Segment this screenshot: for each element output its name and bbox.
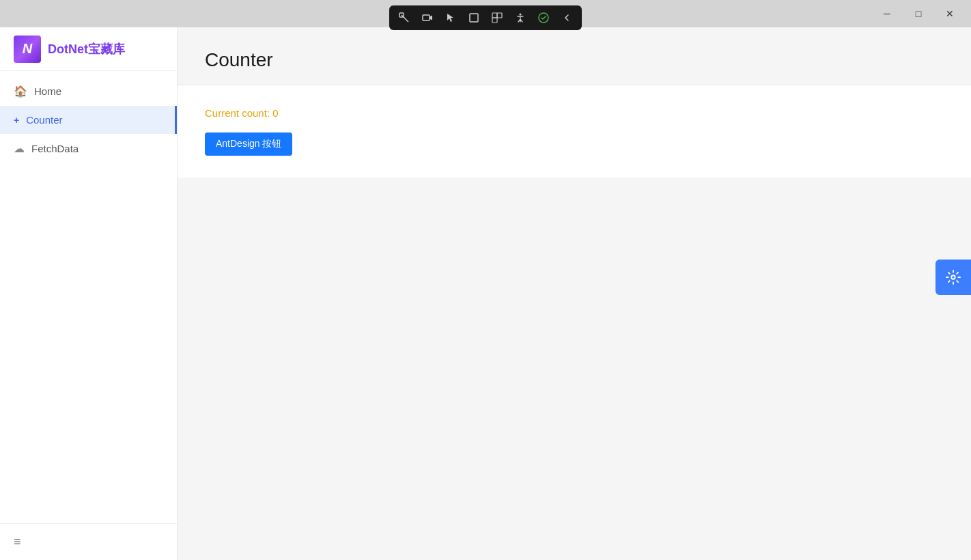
inspect-icon[interactable]: [395, 8, 414, 27]
multiframe-icon[interactable]: [488, 8, 507, 27]
sidebar-item-home[interactable]: 🏠 Home: [0, 76, 177, 106]
logo-icon: N: [14, 36, 41, 63]
frame-icon[interactable]: [464, 8, 483, 27]
svg-rect-5: [492, 18, 497, 23]
sidebar-item-label-home: Home: [34, 85, 61, 97]
logo-text: DotNet宝藏库: [48, 41, 125, 57]
collapse-toolbar-icon[interactable]: [557, 8, 576, 27]
sidebar-item-label-fetchdata: FetchData: [31, 143, 79, 154]
svg-point-6: [520, 14, 522, 16]
increment-button[interactable]: AntDesign 按钮: [205, 132, 292, 156]
accessibility-icon[interactable]: [511, 8, 530, 27]
maximize-button[interactable]: □: [903, 3, 934, 25]
minimize-button[interactable]: ─: [871, 3, 903, 25]
main-content: Counter Current count: 0 AntDesign 按钮: [178, 27, 971, 560]
video-icon[interactable]: [418, 8, 437, 27]
svg-rect-4: [497, 13, 502, 18]
svg-rect-1: [423, 15, 430, 20]
gear-icon: [946, 270, 961, 285]
svg-rect-2: [470, 14, 478, 22]
sidebar-item-label-counter: Counter: [26, 114, 62, 126]
layout: N DotNet宝藏库 🏠 Home + Counter ☁: [0, 27, 971, 560]
plus-icon: +: [14, 115, 19, 126]
count-display: Current count: 0: [205, 107, 944, 119]
close-button[interactable]: ✕: [934, 3, 966, 25]
sidebar-footer: ≡: [0, 523, 177, 560]
sidebar-item-counter[interactable]: + Counter: [0, 106, 177, 134]
home-icon: 🏠: [14, 85, 27, 98]
check-icon[interactable]: [534, 8, 553, 27]
collapse-sidebar-icon[interactable]: ≡: [14, 535, 21, 548]
logo-dotnet: DotNet: [48, 42, 88, 56]
page-body: Current count: 0 AntDesign 按钮: [178, 85, 971, 178]
sidebar: N DotNet宝藏库 🏠 Home + Counter ☁: [0, 27, 178, 560]
toolbar: [389, 5, 582, 30]
page-title: Counter: [205, 49, 944, 71]
app-window: N DotNet宝藏库 🏠 Home + Counter ☁: [0, 27, 971, 560]
svg-point-8: [951, 275, 955, 279]
cloud-icon: ☁: [14, 142, 25, 155]
page-header: Counter: [178, 27, 971, 85]
sidebar-logo: N DotNet宝藏库: [0, 27, 177, 71]
sidebar-item-fetchdata[interactable]: ☁ FetchData: [0, 134, 177, 163]
settings-fab[interactable]: [935, 260, 971, 295]
svg-rect-3: [492, 13, 497, 18]
nav-menu: 🏠 Home + Counter ☁ FetchData: [0, 71, 177, 523]
pointer-icon[interactable]: [441, 8, 460, 27]
logo-baozang: 宝藏库: [88, 42, 125, 56]
